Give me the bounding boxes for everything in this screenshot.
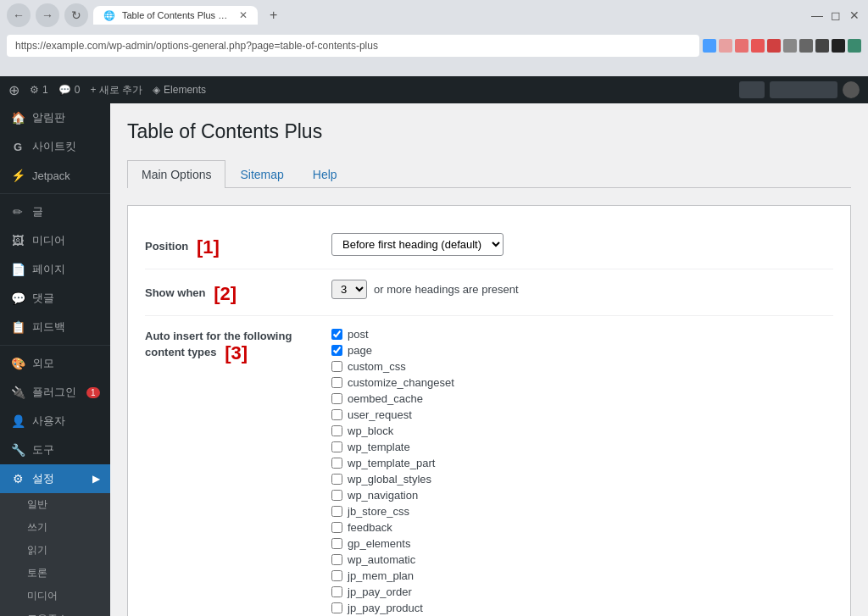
sidebar-item-jetpack[interactable]: ⚡ Jetpack	[0, 161, 110, 190]
content-type-checkbox-post[interactable]	[331, 329, 342, 340]
submenu-media[interactable]: 미디어	[0, 585, 110, 608]
content-type-checkbox-user_request[interactable]	[331, 409, 342, 420]
content-type-checkbox-jp_pay_order[interactable]	[331, 586, 342, 597]
toolbar-new[interactable]: + 새로 추가	[90, 83, 142, 97]
sidebar-item-comments[interactable]: 💬 댓글	[0, 284, 110, 313]
show-when-control: 3 2 4 or more headings are present	[331, 280, 833, 299]
toolbar-elements[interactable]: ◈ Elements	[153, 84, 206, 96]
content-type-checkbox-wp_navigation[interactable]	[331, 490, 342, 501]
content-type-checkbox-wp_template_part[interactable]	[331, 458, 342, 469]
content-type-checkbox-jp_mem_plan[interactable]	[331, 570, 342, 581]
list-item: gp_elements	[331, 536, 833, 552]
content-type-label-feedback: feedback	[348, 521, 392, 534]
new-label: + 새로 추가	[90, 83, 142, 97]
submenu-discussion[interactable]: 토론	[0, 562, 110, 585]
submenu-general[interactable]: 일반	[0, 493, 110, 516]
content-type-checkbox-gp_elements[interactable]	[331, 538, 342, 549]
address-bar[interactable]	[7, 35, 699, 57]
jetpack-icon: ⚡	[10, 168, 25, 183]
refresh-button[interactable]: ↻	[64, 3, 88, 27]
back-button[interactable]: ←	[7, 3, 31, 27]
toolbar-wp-logo[interactable]: ⊕	[8, 82, 19, 98]
sidebar-item-appearance[interactable]: 🎨 외모	[0, 349, 110, 378]
sidebar-item-settings[interactable]: ⚙ 설정 ▶	[0, 464, 110, 493]
tab-main-options[interactable]: Main Options	[127, 160, 225, 188]
content-type-label-jp_mem_plan: jp_mem_plan	[348, 569, 414, 582]
tab-close-button[interactable]: ✕	[239, 9, 248, 21]
maximize-button[interactable]: ◻	[829, 8, 843, 22]
sidebar-item-tools[interactable]: 🔧 도구	[0, 436, 110, 464]
browser-tab[interactable]: 🌐 Table of Contents Plus — WordPress ✕	[93, 6, 258, 25]
sidebar-item-pages[interactable]: 📄 페이지	[0, 255, 110, 284]
auto-insert-control: postpagecustom_csscustomize_changesetoem…	[331, 326, 833, 616]
show-when-suffix: or more headings are present	[374, 283, 519, 296]
toolbar-counter2[interactable]: 💬 0	[58, 84, 81, 96]
content-type-checkbox-jb_store_css[interactable]	[331, 506, 342, 517]
tab-sitemap[interactable]: Sitemap	[225, 160, 298, 188]
wp-admin: 🏠 알림판 G 사이트킷 ⚡ Jetpack ✏ 글 🖼 미디어 📄	[0, 103, 868, 616]
settings-icon: ⚙	[10, 471, 25, 486]
content-type-label-post: post	[348, 328, 369, 341]
show-when-row: Show when [2] 3 2 4 or more headings are…	[145, 269, 833, 316]
tab-help[interactable]: Help	[298, 160, 352, 188]
counter1-icon: ⚙	[30, 84, 39, 96]
elements-label: Elements	[164, 84, 206, 96]
position-label: Position [1]	[145, 233, 331, 258]
content-type-label-wp_block: wp_block	[348, 425, 393, 437]
sidebar-item-sitekit[interactable]: G 사이트킷	[0, 132, 110, 161]
posts-icon: ✏	[10, 204, 25, 219]
list-item: jp_mem_plan	[331, 568, 833, 584]
list-item: wp_block	[331, 423, 833, 439]
sidebar-item-users[interactable]: 👤 사용자	[0, 407, 110, 436]
wp-sidebar: 🏠 알림판 G 사이트킷 ⚡ Jetpack ✏ 글 🖼 미디어 📄	[0, 103, 110, 616]
content-type-label-custom_css: custom_css	[348, 360, 406, 373]
list-item: feedback	[331, 519, 833, 536]
sidebar-item-dashboard[interactable]: 🏠 알림판	[0, 103, 110, 132]
content-type-checkbox-page[interactable]	[331, 345, 342, 356]
content-type-checkbox-wp_global_styles[interactable]	[331, 474, 342, 485]
toolbar-icon: ◈	[153, 84, 160, 96]
sidebar-item-posts[interactable]: ✏ 글	[0, 197, 110, 226]
submenu-reading[interactable]: 읽기	[0, 539, 110, 562]
list-item: wp_template_part	[331, 455, 833, 471]
plugins-badge: 1	[86, 387, 100, 398]
content-type-checkbox-wp_automatic[interactable]	[331, 554, 342, 565]
content-type-checkbox-custom_css[interactable]	[331, 361, 342, 372]
minimize-button[interactable]: —	[810, 8, 824, 22]
dashboard-icon: 🏠	[10, 110, 25, 125]
content-type-label-wp_automatic: wp_automatic	[348, 553, 415, 566]
show-when-inline: 3 2 4 or more headings are present	[331, 280, 833, 299]
sidebar-label-feedback: 피드백	[32, 319, 65, 335]
wp-logo-icon: ⊕	[8, 82, 19, 98]
list-item: wp_navigation	[331, 487, 833, 503]
content-type-label-wp_navigation: wp_navigation	[348, 489, 418, 502]
content-type-checkbox-oembed_cache[interactable]	[331, 393, 342, 404]
list-item: jp_pay_order	[331, 584, 833, 600]
sidebar-item-plugins[interactable]: 🔌 플러그인 1	[0, 378, 110, 407]
submenu-permalink[interactable]: 고유주소	[0, 608, 110, 616]
sidebar-item-media[interactable]: 🖼 미디어	[0, 226, 110, 255]
new-tab-button[interactable]: +	[263, 4, 284, 26]
sidebar-separator-2	[0, 345, 110, 346]
content-type-label-wp_template: wp_template	[348, 441, 410, 453]
forward-button[interactable]: →	[36, 3, 59, 27]
content-type-label-wp_global_styles: wp_global_styles	[348, 473, 431, 486]
content-type-checkbox-wp_template[interactable]	[331, 441, 342, 452]
content-type-label-jp_pay_product: jp_pay_product	[348, 602, 423, 614]
sidebar-item-feedback[interactable]: 📋 피드백	[0, 313, 110, 341]
settings-arrow: ▶	[92, 473, 100, 485]
content-type-checkbox-customize_changeset[interactable]	[331, 377, 342, 388]
toolbar-counter1[interactable]: ⚙ 1	[30, 84, 48, 96]
plugins-icon: 🔌	[10, 385, 25, 400]
content-type-label-jp_pay_order: jp_pay_order	[348, 585, 412, 598]
sidebar-label-jetpack: Jetpack	[32, 169, 70, 182]
submenu-writing[interactable]: 쓰기	[0, 516, 110, 539]
content-type-checkbox-jp_pay_product[interactable]	[331, 602, 342, 613]
show-when-count-select[interactable]: 3 2 4	[331, 280, 367, 299]
list-item: wp_global_styles	[331, 471, 833, 487]
position-select[interactable]: Before first heading (default) After fir…	[331, 233, 504, 256]
close-window-button[interactable]: ✕	[848, 8, 861, 22]
content-type-checkbox-feedback[interactable]	[331, 522, 342, 533]
content-type-checkbox-wp_block[interactable]	[331, 425, 342, 436]
sidebar-label-media: 미디어	[32, 233, 65, 248]
